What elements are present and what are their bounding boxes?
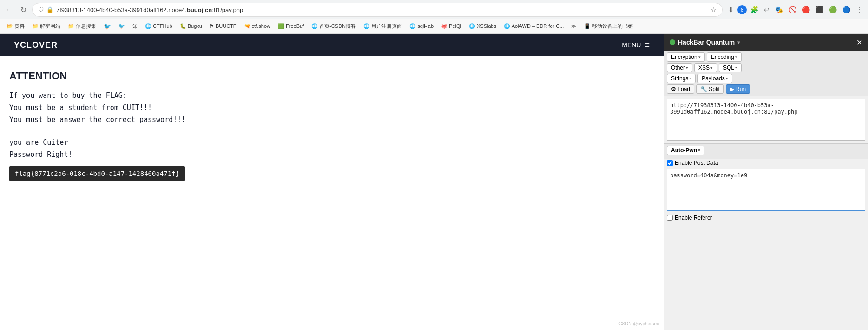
- page-line1: If you want to buy the FLAG:: [9, 91, 654, 100]
- site-logo: YCLOVER: [14, 40, 58, 50]
- enable-referer-checkbox[interactable]: [667, 215, 673, 221]
- hamburger-icon[interactable]: ≡: [644, 40, 650, 50]
- url-rest-text: :81/pay.php: [212, 6, 243, 13]
- autopwn-arrow: ▾: [698, 148, 700, 153]
- hackbar-toolbar: Encryption ▾ Encoding ▾ Other ▾ XSS ▾ SQ…: [664, 51, 868, 96]
- hackbar-autopwn-section: Auto-Pwn ▾: [664, 143, 868, 159]
- hackbar-title-arrow[interactable]: ▾: [737, 40, 740, 45]
- menu-label: MENU: [622, 41, 641, 49]
- security-icon: 🛡: [38, 6, 44, 13]
- bookmark-star-icon[interactable]: ☆: [710, 6, 717, 13]
- toolbar-row3: Strings ▾ Payloads ▾: [667, 74, 865, 83]
- bookmark-register[interactable]: 🌐 用户注册页面: [361, 22, 405, 31]
- hackbar-url-input[interactable]: http://7f938313-1400-4b40-b53a-3991d0aff…: [667, 99, 865, 141]
- bookmark-more[interactable]: ≫: [568, 22, 579, 30]
- enable-post-label: Enable Post Data: [675, 160, 718, 166]
- profile-badge[interactable]: 8: [737, 5, 747, 14]
- url-bold-text: buuoj.cn: [187, 6, 212, 13]
- browser-chrome: ← ↻ 🛡 🔒 7f938313-1400-4b40-b53a-3991d0af…: [0, 0, 868, 34]
- strings-arrow: ▾: [689, 76, 691, 81]
- encryption-button[interactable]: Encryption ▾: [667, 52, 705, 62]
- main-area: YCLOVER MENU ≡ ATTENTION If you want to …: [0, 34, 868, 330]
- browser-actions: ⬇ 8 🧩 ↩ 🎭 🚫 🔴 ⬛ 🟢 🔵 ⋮: [726, 4, 864, 15]
- separator1: [9, 131, 654, 131]
- bookmark-freebuf[interactable]: 🟩 FreeBuf: [275, 22, 307, 30]
- toolbar-row2: Other ▾ XSS ▾ SQL ▾: [667, 63, 865, 72]
- user-icon2[interactable]: 🚫: [787, 4, 798, 15]
- flag-value: flag{8771c2a6-018c-4bd0-a147-1428460a471…: [9, 166, 185, 181]
- other-button[interactable]: Other ▾: [667, 63, 692, 72]
- bookmark-item[interactable]: 📁 解密网站: [29, 22, 63, 31]
- bookmark-ctfshow[interactable]: 🔫 ctf.show: [241, 22, 273, 30]
- back-button[interactable]: ←: [4, 4, 15, 16]
- bookmark-item[interactable]: 🐦: [116, 22, 128, 30]
- xss-arrow: ▾: [710, 65, 713, 70]
- sql-button[interactable]: SQL ▾: [719, 63, 742, 72]
- bookmark-aoiawd[interactable]: 🌐 AoiAWD – EDR for C...: [501, 22, 566, 30]
- bookmark-peiqi[interactable]: 🐙 PeiQi: [438, 22, 464, 30]
- result-line2: Password Right!: [9, 150, 654, 159]
- bookmark-item[interactable]: 🐦: [101, 22, 114, 31]
- bookmark-item[interactable]: 知: [130, 22, 140, 31]
- encoding-arrow: ▾: [735, 55, 737, 59]
- toolbar-row4: ⚙ Load 🔧 Split ▶ Run: [667, 84, 865, 94]
- page-line3: You must be answer the correct password!…: [9, 116, 654, 124]
- xss-button[interactable]: XSS ▾: [694, 63, 717, 72]
- bookmark-csdn[interactable]: 🌐 首页-CSDN博客: [309, 22, 359, 31]
- other-arrow: ▾: [686, 65, 688, 70]
- strings-button[interactable]: Strings ▾: [667, 74, 696, 83]
- user-icon1[interactable]: 🎭: [773, 4, 785, 15]
- ext-icon1[interactable]: 🔴: [800, 4, 812, 15]
- bookmark-item[interactable]: 📂 资料: [4, 22, 27, 31]
- bookmark-xsslabs[interactable]: 🌐 XSSlabs: [466, 22, 499, 30]
- bookmark-buuctf[interactable]: ⚑ BUUCTF: [207, 22, 239, 30]
- hackbar-panel: HackBar Quantum ▾ ✕ Encryption ▾ Encodin…: [664, 34, 868, 330]
- hackbar-header: HackBar Quantum ▾ ✕: [664, 34, 868, 51]
- bookmarks-bar: 📂 资料 📁 解密网站 📁 信息搜集 🐦 🐦 知 🌐 CTFHub 🐛 Bugk…: [0, 19, 868, 33]
- autopwn-button[interactable]: Auto-Pwn ▾: [667, 146, 704, 155]
- toolbar-row1: Encryption ▾ Encoding ▾: [667, 52, 865, 62]
- autopwn-label: Auto-Pwn: [671, 147, 697, 154]
- hackbar-post-input[interactable]: password=404a&money=1e9: [667, 169, 865, 211]
- hackbar-status-dot: [670, 39, 675, 45]
- user-circle-icon[interactable]: 🟢: [827, 4, 839, 15]
- page-content: YCLOVER MENU ≡ ATTENTION If you want to …: [0, 34, 664, 330]
- run-button[interactable]: ▶ Run: [726, 84, 750, 94]
- load-button[interactable]: ⚙ Load: [667, 84, 694, 94]
- page-attention: ATTENTION: [9, 70, 654, 82]
- site-menu[interactable]: MENU ≡: [622, 40, 650, 50]
- hackbar-close-button[interactable]: ✕: [856, 38, 862, 47]
- hackbar-title: HackBar Quantum ▾: [670, 39, 740, 46]
- url-display: 7f938313-1400-4b40-b53a-3991d0aff162.nod…: [56, 6, 708, 13]
- encoding-button[interactable]: Encoding ▾: [707, 52, 742, 62]
- ext-icon3[interactable]: 🔵: [841, 4, 852, 15]
- hackbar-title-text: HackBar Quantum: [678, 39, 735, 46]
- encryption-arrow: ▾: [698, 55, 701, 59]
- enable-referer-row: Enable Referer: [664, 213, 868, 223]
- csdn-watermark: CSDN @cyphersec: [618, 321, 659, 326]
- enable-post-row: Enable Post Data: [664, 159, 868, 167]
- bookmark-item[interactable]: 📁 信息搜集: [65, 22, 99, 31]
- download-icon[interactable]: ⬇: [726, 4, 736, 15]
- enable-post-checkbox[interactable]: [667, 160, 673, 166]
- ext-icon2[interactable]: ⬛: [814, 4, 825, 15]
- bookmark-ctfhub[interactable]: 🌐 CTFHub: [142, 22, 175, 30]
- extensions-icon[interactable]: 🧩: [749, 4, 760, 15]
- enable-referer-label: Enable Referer: [675, 214, 712, 221]
- split-button[interactable]: 🔧 Split: [696, 84, 724, 94]
- lock-icon: 🔒: [46, 6, 53, 13]
- autopwn-header: Auto-Pwn ▾: [667, 146, 865, 155]
- payloads-arrow: ▾: [726, 76, 728, 81]
- browser-toolbar: ← ↻ 🛡 🔒 7f938313-1400-4b40-b53a-3991d0af…: [0, 0, 868, 19]
- sync-icon[interactable]: ↩: [762, 4, 771, 15]
- page-line2: You must be a student from CUIT!!!: [9, 104, 654, 112]
- bookmark-bugku[interactable]: 🐛 Bugku: [177, 22, 205, 30]
- forward-button[interactable]: ↻: [19, 4, 28, 16]
- bookmark-sqll[interactable]: 🌐 sqll-lab: [407, 22, 436, 30]
- bookmark-mobile[interactable]: 📱 移动设备上的书签: [581, 22, 636, 31]
- result-line1: you are Cuiter: [9, 138, 654, 147]
- payloads-button[interactable]: Payloads ▾: [697, 74, 732, 83]
- sql-arrow: ▾: [735, 65, 737, 70]
- address-bar[interactable]: 🛡 🔒 7f938313-1400-4b40-b53a-3991d0aff162…: [32, 3, 723, 17]
- menu-dots-icon[interactable]: ⋮: [854, 4, 864, 15]
